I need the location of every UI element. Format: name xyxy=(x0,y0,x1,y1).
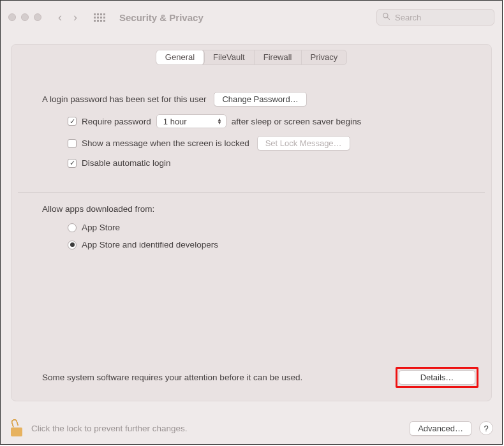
search-icon xyxy=(382,12,390,22)
allow-apps-section: Allow apps downloaded from: App Store Ap… xyxy=(11,193,491,249)
details-highlight: Details… xyxy=(396,367,478,388)
nav-arrows: ‹ › xyxy=(58,11,77,23)
allow-apps-option-0-label: App Store xyxy=(82,223,120,232)
tab-privacy[interactable]: Privacy xyxy=(302,50,347,65)
allow-apps-option-1-row: App Store and identified developers xyxy=(68,240,461,249)
require-password-label-after: after sleep or screen saver begins xyxy=(232,117,361,126)
attention-text: Some system software requires your atten… xyxy=(42,373,302,382)
toolbar: ‹ › Security & Privacy xyxy=(1,1,502,34)
show-all-icon[interactable] xyxy=(94,13,105,22)
advanced-button[interactable]: Advanced… xyxy=(410,421,471,436)
forward-button[interactable]: › xyxy=(73,11,77,23)
tab-firewall[interactable]: Firewall xyxy=(255,50,302,65)
lock-icon[interactable] xyxy=(10,420,24,436)
allow-apps-option-1-label: App Store and identified developers xyxy=(82,240,218,249)
toolbar-title: Security & Privacy xyxy=(119,12,204,23)
footer: Click the lock to prevent further change… xyxy=(10,420,493,436)
allow-apps-option-0-row: App Store xyxy=(68,223,461,232)
lock-text: Click the lock to prevent further change… xyxy=(31,424,188,433)
tab-general[interactable]: General xyxy=(156,50,204,65)
require-password-delay-value: 1 hour xyxy=(163,117,187,126)
details-button[interactable]: Details… xyxy=(399,370,475,385)
allow-apps-heading: Allow apps downloaded from: xyxy=(42,204,461,214)
close-window-button[interactable] xyxy=(8,13,16,21)
help-button[interactable]: ? xyxy=(479,421,493,435)
minimize-window-button[interactable] xyxy=(21,13,29,21)
require-password-delay-select[interactable]: 1 hour ▲▼ xyxy=(156,114,226,128)
segmented-control: General FileVault Firewall Privacy xyxy=(156,50,347,65)
back-button[interactable]: ‹ xyxy=(58,11,62,23)
window-controls xyxy=(8,13,41,21)
svg-line-1 xyxy=(387,17,389,19)
allow-apps-radio-app-store[interactable] xyxy=(68,223,77,232)
login-password-row: A login password has been set for this u… xyxy=(42,92,461,107)
search-input[interactable] xyxy=(394,12,489,23)
tab-filevault[interactable]: FileVault xyxy=(204,50,255,65)
change-password-button[interactable]: Change Password… xyxy=(214,92,306,107)
show-message-row: Show a message when the screen is locked… xyxy=(68,136,461,151)
require-password-checkbox[interactable] xyxy=(68,117,77,126)
show-message-label: Show a message when the screen is locked xyxy=(82,138,249,148)
set-lock-message-button[interactable]: Set Lock Message… xyxy=(257,136,350,151)
allow-apps-radio-identified-developers[interactable] xyxy=(68,241,77,249)
login-password-text: A login password has been set for this u… xyxy=(42,94,206,104)
disable-auto-login-label: Disable automatic login xyxy=(82,158,171,168)
zoom-window-button[interactable] xyxy=(34,13,41,21)
disable-auto-login-row: Disable automatic login xyxy=(68,158,461,168)
tab-bar: General FileVault Firewall Privacy xyxy=(11,45,491,65)
chevron-up-down-icon: ▲▼ xyxy=(217,118,222,124)
content-panel: General FileVault Firewall Privacy A log… xyxy=(11,44,492,401)
show-message-checkbox[interactable] xyxy=(68,139,77,148)
disable-auto-login-checkbox[interactable] xyxy=(68,159,77,168)
require-password-label-before: Require password xyxy=(82,117,151,126)
attention-row: Some system software requires your atten… xyxy=(42,367,478,388)
general-section: A login password has been set for this u… xyxy=(11,65,491,168)
search-field-wrap xyxy=(376,9,494,26)
require-password-row: Require password 1 hour ▲▼ after sleep o… xyxy=(68,114,461,128)
preferences-window: ‹ › Security & Privacy General FileVault… xyxy=(0,0,503,445)
